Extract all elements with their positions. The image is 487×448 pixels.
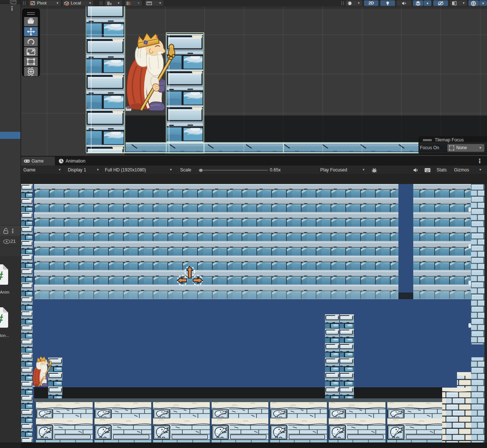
svg-text:#: #: [0, 312, 3, 325]
svg-text:Y: Y: [110, 2, 112, 6]
svg-text:#: #: [0, 269, 3, 282]
